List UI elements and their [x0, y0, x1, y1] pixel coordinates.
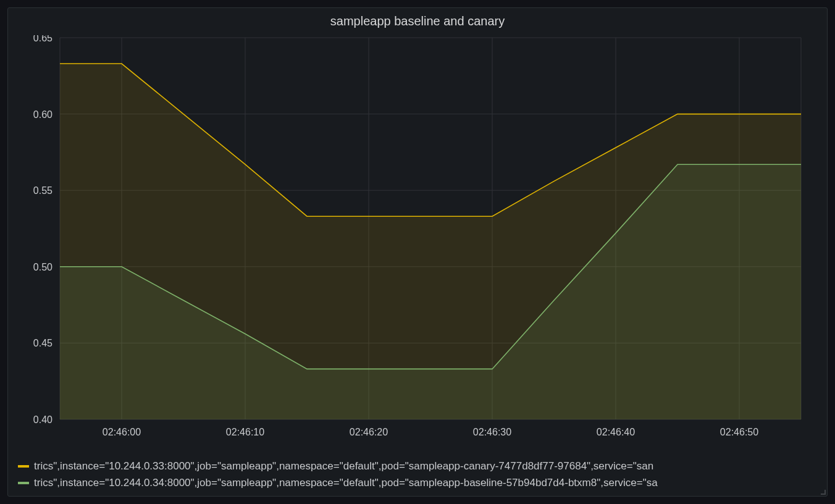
svg-text:0.40: 0.40	[33, 414, 52, 425]
svg-text:02:46:20: 02:46:20	[350, 427, 388, 437]
chart-panel: sampleapp baseline and canary 0.400.450.…	[7, 7, 828, 497]
legend-swatch-icon	[18, 465, 29, 468]
legend-swatch-icon	[18, 482, 29, 484]
timeseries-chart: 0.400.450.500.550.600.6502:46:0002:46:10…	[17, 35, 820, 449]
svg-text:0.50: 0.50	[33, 262, 52, 272]
svg-text:0.65: 0.65	[33, 35, 52, 43]
legend-label: trics",instance="10.244.0.34:8000",job="…	[34, 475, 817, 491]
legend-label: trics",instance="10.244.0.33:8000",job="…	[34, 458, 817, 474]
chart-legend: trics",instance="10.244.0.33:8000",job="…	[18, 458, 817, 491]
chart-area[interactable]: 0.400.450.500.550.600.6502:46:0002:46:10…	[17, 35, 820, 449]
resize-handle-icon[interactable]	[820, 489, 826, 495]
svg-text:0.55: 0.55	[33, 185, 52, 196]
svg-text:02:46:40: 02:46:40	[597, 427, 635, 437]
svg-text:0.45: 0.45	[33, 338, 52, 348]
svg-text:0.60: 0.60	[33, 109, 52, 120]
panel-title: sampleapp baseline and canary	[8, 8, 827, 32]
legend-item-canary[interactable]: trics",instance="10.244.0.33:8000",job="…	[18, 458, 817, 474]
svg-text:02:46:00: 02:46:00	[103, 427, 141, 437]
svg-text:02:46:10: 02:46:10	[226, 427, 264, 437]
legend-item-baseline[interactable]: trics",instance="10.244.0.34:8000",job="…	[18, 475, 817, 491]
svg-text:02:46:30: 02:46:30	[473, 427, 511, 437]
svg-text:02:46:50: 02:46:50	[720, 427, 758, 437]
